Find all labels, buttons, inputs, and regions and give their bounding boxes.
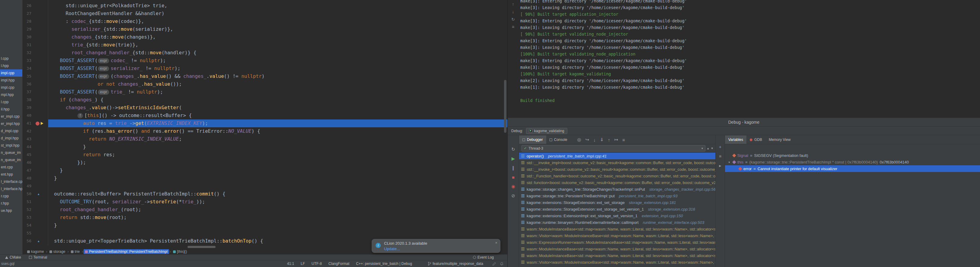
scroll-up-icon[interactable]: ↑	[512, 2, 514, 6]
event-log-button[interactable]: Event Log	[473, 255, 494, 259]
project-tree-item[interactable]: l.cpp	[0, 55, 22, 62]
pause-icon[interactable]: ∥	[512, 165, 515, 171]
code-line[interactable]: 55	[22, 229, 508, 237]
project-tree-item[interactable]: il.hpp	[0, 106, 22, 113]
step-out-icon[interactable]: ↑	[608, 137, 611, 142]
code-line[interactable]: 43 return NO_EXTRINSIC_INDEX_VALUE;	[22, 135, 508, 143]
project-tree-item[interactable]: er_impl.hpp	[0, 120, 22, 127]
method-marker-icon[interactable]: ▴	[37, 237, 40, 245]
force-step-into-icon[interactable]: ⇓	[600, 137, 604, 142]
stack-frame-row[interactable]: kagome::runtime::binaryen::RuntimeExtern…	[519, 219, 715, 225]
code-line[interactable]: 49	[22, 182, 508, 190]
stack-frame-row[interactable]: wasm::ModuleInstanceBase<std::map<wasm::…	[519, 252, 715, 259]
code-line[interactable]: 30 changes_{std::move(changes)},	[22, 33, 508, 41]
gutter-icon-area[interactable]	[31, 159, 48, 166]
stack-frame-row[interactable]: kagome::extensions::ExtensionImpl::ext_s…	[519, 213, 715, 219]
project-tree-item[interactable]: l.cpp	[0, 98, 22, 106]
code-editor[interactable]: 26 std::unique_ptr<PolkadotTrie> trie,27…	[22, 0, 508, 246]
gutter-icon-area[interactable]	[31, 214, 48, 221]
gutter-icon-area[interactable]	[31, 221, 48, 229]
resume-icon[interactable]: ▶	[512, 156, 515, 161]
code-line[interactable]: 28 : codec_{std::move(codec)},	[22, 18, 508, 26]
project-tree-item[interactable]: d_impl.hpp	[0, 134, 22, 142]
stack-frame-row[interactable]: std::_Function_handler<boost::outcome_v2…	[519, 173, 715, 179]
project-tree-item[interactable]: impl.hpp	[0, 77, 22, 84]
stack-frame-row[interactable]: kagome::storage::changes_trie::StorageCh…	[519, 186, 715, 192]
code-line[interactable]: 32 root_changed_handler_{std::move(handl…	[22, 49, 508, 57]
scrollbar-thumb[interactable]	[188, 246, 216, 248]
notifications-bell-icon[interactable]	[500, 262, 504, 266]
code-line[interactable]: 31 trie_{std::move(trie)},	[22, 41, 508, 49]
gutter-icon-area[interactable]	[31, 229, 48, 237]
gutter-icon-area[interactable]	[31, 65, 48, 72]
gutter-icon-area[interactable]	[31, 80, 48, 88]
project-tree-item[interactable]: r.cpp	[0, 192, 22, 200]
code-line[interactable]: 29 serializer_{std::move(serializer)},	[22, 26, 508, 33]
gutter-icon-area[interactable]	[31, 182, 48, 190]
project-tree-item[interactable]: l.hpp	[0, 62, 22, 69]
gutter-icon-area[interactable]	[31, 135, 48, 143]
gutter-icon-area[interactable]	[31, 41, 48, 49]
mute-breakpoints-icon[interactable]: ⊘	[511, 193, 515, 198]
show-execution-point-icon[interactable]: ◎	[577, 137, 581, 142]
code-line[interactable]: 26 std::unique_ptr<PolkadotTrie> trie,	[22, 2, 508, 10]
code-line[interactable]: 44 }	[22, 143, 508, 151]
code-line[interactable]: 53 return std::move(root);	[22, 214, 508, 221]
pane-options-icon[interactable]: ≡	[719, 154, 721, 159]
project-tree-item[interactable]: st_impl.hpp	[0, 142, 22, 149]
tab-memory-view[interactable]: Memory View	[765, 136, 794, 144]
gutter-icon-area[interactable]	[31, 2, 48, 10]
editor-vertical-scrollbar[interactable]	[504, 0, 507, 245]
gutter-icon-area[interactable]	[31, 151, 48, 159]
project-tree-item[interactable]: d_impl.cpp	[0, 127, 22, 134]
stack-frame-row[interactable]: kagome::extensions::StorageExtension::ex…	[519, 206, 715, 213]
breakpoint-icon[interactable]	[35, 122, 40, 126]
expander-icon[interactable]: ▾	[727, 160, 731, 164]
method-marker-icon[interactable]: ▴	[37, 190, 40, 198]
stack-frame-row[interactable]: wasm::ModuleInstanceBase<std::map<wasm::…	[519, 225, 715, 232]
variable-row[interactable]: Signal = SIGSEGV (Segmentation fault)	[725, 152, 980, 159]
gutter-icon-area[interactable]	[31, 143, 48, 151]
stack-frame-row[interactable]: operator()persistent_trie_batch_impl.cpp…	[519, 153, 715, 159]
code-line[interactable]: 33 BOOST_ASSERT(exprcodec_ != nullptr);	[22, 57, 508, 65]
notification-update-link[interactable]: Update...	[384, 246, 497, 252]
scroll-down-icon[interactable]: ↓	[512, 10, 514, 14]
stack-frame-row[interactable]: kagome::storage::trie::PersistentTrieBat…	[519, 192, 715, 199]
breadcrumb-item[interactable]: [this]()	[172, 249, 188, 254]
code-line[interactable]: 52 root_changed_handler_(root);	[22, 206, 508, 214]
stack-frame-row[interactable]: wasm::ExpressionRunner<wasm::ModuleInsta…	[519, 239, 715, 246]
update-notification-balloon[interactable]: i CLion 2020.1.3 available Update... ×	[372, 239, 500, 253]
run-config-tab[interactable]: kagome_validating	[526, 128, 567, 134]
tab-console[interactable]: Console	[546, 136, 571, 144]
breadcrumb-item[interactable]: kagome	[25, 249, 46, 254]
breadcrumb-item[interactable]: storage	[48, 249, 67, 254]
project-tree-item[interactable]: impl.cpp	[0, 69, 22, 77]
stack-frame-row[interactable]: std::__invoke_impl<boost::outcome_v2::ba…	[519, 159, 715, 166]
next-frame-icon[interactable]: ▾	[711, 146, 713, 150]
gutter-icon-area[interactable]	[31, 166, 48, 174]
cpp-context-widget[interactable]: C++: persistent_trie_batch | Debug	[356, 262, 412, 266]
tab-variables[interactable]: Variables	[725, 136, 746, 144]
variable-row[interactable]: error = Cannot instantiate printer for d…	[725, 165, 980, 172]
gutter-icon-area[interactable]: ▴	[31, 190, 48, 198]
step-into-icon[interactable]: ↓	[593, 137, 596, 142]
gutter-icon-area[interactable]: ▴	[31, 237, 48, 245]
formatter-widget[interactable]: ClangFormat	[329, 262, 349, 266]
code-line[interactable]: 51 OUTCOME_TRY(root, serializer_->storeT…	[22, 198, 508, 206]
project-tree-item[interactable]: impl.cpp	[0, 84, 22, 91]
gutter-icon-area[interactable]	[31, 72, 48, 80]
git-branch-widget[interactable]: feature/multiple_response_data	[428, 262, 483, 266]
code-line[interactable]: 35 BOOST_ASSERT(expr(changes_.has_value(…	[22, 72, 508, 80]
code-line[interactable]: 50▴ outcome::result<Buffer> PersistentTr…	[22, 190, 508, 198]
add-watch-icon[interactable]: +	[719, 144, 721, 149]
stop-icon[interactable]: ■	[512, 175, 515, 180]
collapse-all-icon[interactable]: ▸	[719, 163, 721, 168]
project-tree-item[interactable]: n_queue_im	[0, 156, 22, 163]
project-tree-item[interactable]: r.hpp	[0, 200, 22, 207]
stack-frame-row[interactable]: std::__invoke_r<boost::outcome_v2::basic…	[519, 166, 715, 173]
variable-row[interactable]: ▾this = {kagome::storage::trie::Persiste…	[725, 159, 980, 165]
gutter-icon-area[interactable]	[31, 112, 48, 120]
code-line[interactable]: 45 return res;	[22, 151, 508, 159]
thread-selector[interactable]: ✓ Thread-3 ▾	[522, 145, 705, 152]
gutter-icon-area[interactable]	[31, 88, 48, 96]
